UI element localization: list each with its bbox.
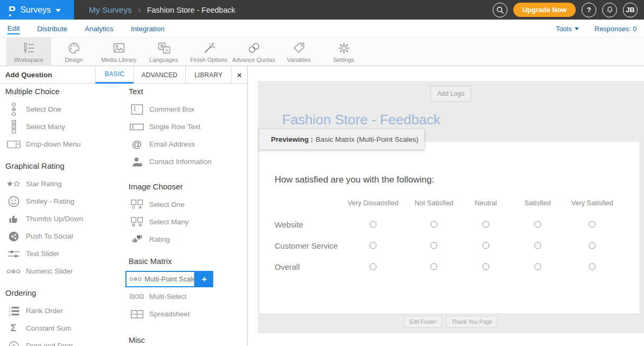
qtype-image-select-one[interactable]: Select One <box>123 196 247 213</box>
qtype-select-many[interactable]: Select Many <box>0 118 123 135</box>
qtype-rank-order[interactable]: 123 Rank Order <box>0 302 123 320</box>
qtype-text-slider[interactable]: Text Slider <box>0 245 123 262</box>
qtype-image-rating[interactable]: Rating <box>123 231 247 248</box>
question-preview-card: How satisfied are you with the following… <box>259 142 639 313</box>
radio-overall-neutral[interactable] <box>483 263 489 270</box>
qtype-label: Contact Information <box>149 158 212 166</box>
add-logo-button[interactable]: Add Logo <box>430 86 471 102</box>
toolbar-advance-quotas[interactable]: Advance Quotas <box>231 38 276 66</box>
upgrade-now-button[interactable]: Upgrade Now <box>513 3 576 17</box>
qtype-label: Spreadsheet <box>149 310 190 318</box>
qtype-select-one[interactable]: Select One <box>0 101 123 118</box>
edit-toolbar: Workspace Design Media Library A Languag… <box>0 38 644 66</box>
toolbar-languages[interactable]: A Languages <box>141 38 186 66</box>
star-rating-icon <box>6 180 21 188</box>
qtype-numeric-slider[interactable]: Numeric Slider <box>0 262 123 280</box>
radio-website-neutral[interactable] <box>483 221 489 228</box>
search-button[interactable] <box>493 3 507 17</box>
qtype-push-to-social[interactable]: Push To Social <box>0 227 123 245</box>
qtype-thumbs-up-down[interactable]: Thumbs Up/Down <box>0 210 123 227</box>
section-title: Image Chooser <box>123 182 247 192</box>
toolbar-settings[interactable]: Settings <box>321 38 366 66</box>
close-panel-button[interactable]: × <box>231 66 247 84</box>
section-title: Graphical Rating <box>0 161 123 171</box>
chevron-down-icon <box>575 28 579 30</box>
radio-website-very-satisfied[interactable] <box>589 221 596 228</box>
toolbar-finish-options[interactable]: Finish Options <box>186 38 231 66</box>
question-mark-icon: ? <box>587 6 591 14</box>
help-button[interactable]: ? <box>582 3 596 17</box>
breadcrumb-my-surveys[interactable]: My Surveys <box>89 5 132 15</box>
radio-overall-not-satisfied[interactable] <box>431 263 438 270</box>
tools-menu[interactable]: Tools <box>556 25 578 33</box>
radio-overall-very-satisfied[interactable] <box>589 263 596 270</box>
qtype-drag-and-drop[interactable]: Drag and Drop <box>0 337 123 346</box>
edit-footer-button[interactable]: Edit Footer <box>404 316 442 327</box>
toolbar-workspace[interactable]: Workspace <box>6 38 51 66</box>
qtype-constant-sum[interactable]: Σ Constant Sum <box>0 320 123 337</box>
nav-tab-edit[interactable]: Edit <box>7 23 20 34</box>
toolbar-media-library[interactable]: Media Library <box>96 38 141 66</box>
thumbs-rating-icon <box>130 234 144 245</box>
add-question-plus-button[interactable]: + <box>195 271 213 287</box>
tab-advanced[interactable]: ADVANCED <box>133 66 185 84</box>
radio-customer-service-very-satisfied[interactable] <box>589 242 596 249</box>
qtype-contact-information[interactable]: Contact Information <box>123 153 247 170</box>
tab-library[interactable]: LIBRARY <box>185 66 231 84</box>
toolbar-design[interactable]: Design <box>51 38 96 66</box>
qtype-label: Numeric Slider <box>26 267 73 275</box>
add-question-panel: Add Question BASIC ADVANCED LIBRARY × Mu… <box>0 66 248 346</box>
radio-website-not-satisfied[interactable] <box>431 221 438 228</box>
question-column-2: Text Comment Box Single Row Text @ Email… <box>123 87 247 346</box>
avatar-initials: JB <box>626 6 635 14</box>
toolbar-variables[interactable]: Variables <box>276 38 321 66</box>
qtype-smiley-rating[interactable]: Smiley - Rating <box>0 193 123 210</box>
svg-text:3: 3 <box>8 313 10 316</box>
section-title: Text <box>123 87 247 96</box>
qtype-comment-box[interactable]: Comment Box <box>123 101 247 118</box>
radio-overall-very-dissatisfied[interactable] <box>370 263 377 270</box>
tab-basic[interactable]: BASIC <box>95 66 133 84</box>
radio-website-very-dissatisfied[interactable] <box>370 221 377 228</box>
section-image-chooser: Image Chooser Select One Select Many Rat… <box>123 182 247 248</box>
qtype-single-row-text[interactable]: Single Row Text <box>123 118 247 135</box>
radio-overall-satisfied[interactable] <box>534 263 541 270</box>
radio-website-satisfied[interactable] <box>534 221 541 228</box>
section-title: Basic Matrix <box>123 257 247 266</box>
svg-text:2: 2 <box>8 309 10 313</box>
qtype-multi-point-scales-selected[interactable]: Multi-Point Scales + <box>125 271 195 287</box>
qtype-spreadsheet[interactable]: Spreadsheet <box>123 305 247 323</box>
nav-tab-analytics[interactable]: Analytics <box>85 24 113 34</box>
notifications-button[interactable] <box>602 3 617 17</box>
thank-you-page-button[interactable]: Thank You Page <box>446 316 497 327</box>
qtype-image-select-many[interactable]: Select Many <box>123 213 247 231</box>
qtype-star-rating[interactable]: Star Rating <box>0 175 123 193</box>
section-title: Ordering <box>0 288 123 298</box>
smiley-icon <box>6 195 21 208</box>
search-icon <box>496 6 504 14</box>
translate-icon: A <box>157 41 171 55</box>
qtype-dropdown-menu[interactable]: Drop-down Menu <box>0 135 123 153</box>
product-switcher[interactable]: P Surveys <box>0 0 74 20</box>
matrix-col-header: Not Satisfied <box>414 199 453 207</box>
qtype-email-address[interactable]: @ Email Address <box>123 135 247 153</box>
responses-count[interactable]: Responses: 0 <box>595 25 637 33</box>
svg-text:1: 1 <box>8 306 10 309</box>
breadcrumb-separator: › <box>138 6 141 14</box>
qtype-label: Push To Social <box>26 232 73 240</box>
toolbar-label: Design <box>65 57 83 63</box>
qtype-label: Constant Sum <box>26 324 71 332</box>
user-avatar[interactable]: JB <box>623 3 638 17</box>
nav-tab-distribute[interactable]: Distribute <box>37 24 67 34</box>
svg-text:A: A <box>165 48 168 53</box>
nav-tab-integration[interactable]: Integration <box>131 24 165 34</box>
radio-customer-service-neutral[interactable] <box>483 242 489 249</box>
qtype-label: Rating <box>149 235 170 243</box>
radio-customer-service-very-dissatisfied[interactable] <box>370 242 377 249</box>
previewing-label: Previewing : <box>271 135 313 143</box>
qtype-label: Smiley - Rating <box>26 197 75 205</box>
radio-customer-service-not-satisfied[interactable] <box>431 242 438 249</box>
qtype-multi-select[interactable]: Multi-Select <box>123 288 247 305</box>
image-select-many-icon <box>130 217 144 227</box>
radio-customer-service-satisfied[interactable] <box>534 242 541 249</box>
